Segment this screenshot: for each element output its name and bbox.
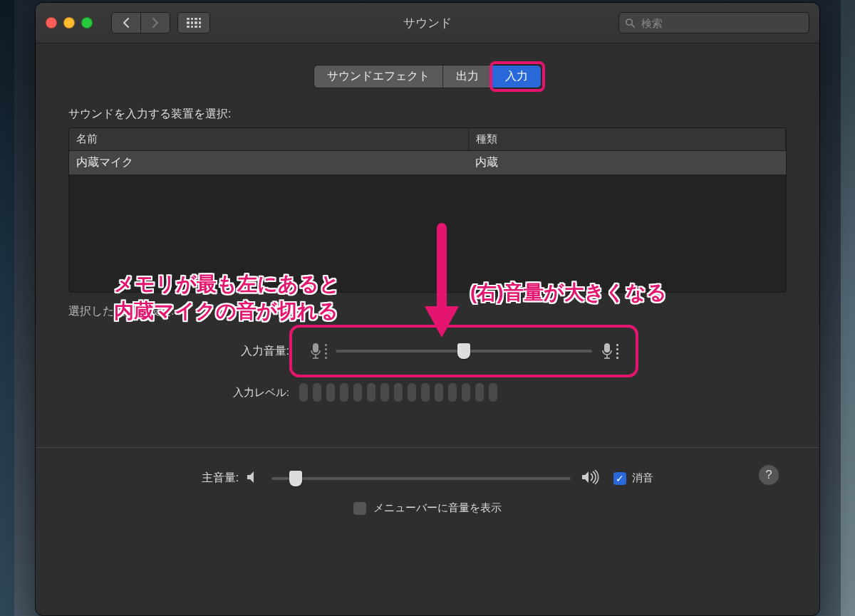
desktop-wallpaper [841, 0, 855, 616]
grid-icon [187, 18, 201, 28]
column-header-name[interactable]: 名前 [69, 128, 469, 150]
main-volume-slider[interactable] [271, 477, 571, 480]
input-devices-table: 名前 種類 内蔵マイク 内蔵 [68, 127, 787, 293]
input-volume-slider[interactable] [336, 350, 592, 353]
speaker-high-icon [581, 469, 602, 487]
input-level-meter [299, 383, 497, 402]
main-volume-label: 主音量: [202, 471, 246, 486]
mute-checkbox-row: ✓ 消音 [613, 471, 653, 485]
tab-output[interactable]: 出力 [443, 66, 492, 88]
window-controls [46, 17, 93, 28]
close-window-button[interactable] [46, 17, 57, 28]
column-header-type[interactable]: 種類 [469, 128, 786, 150]
main-volume-thumb[interactable] [289, 471, 302, 486]
nav-buttons [111, 12, 170, 33]
selected-device-settings-label: 選択した装置の設定: [68, 304, 787, 319]
chevron-right-icon [151, 17, 160, 28]
tab-input[interactable]: 入力 [492, 66, 541, 88]
device-name-cell: 内蔵マイク [69, 151, 468, 174]
search-input[interactable] [640, 16, 803, 30]
svg-line-1 [632, 24, 635, 27]
help-button[interactable]: ? [758, 464, 779, 486]
device-type-cell: 内蔵 [468, 151, 786, 174]
table-row[interactable]: 内蔵マイク 内蔵 [69, 151, 786, 174]
window-toolbar: サウンド [36, 3, 819, 43]
desktop-wallpaper [0, 0, 14, 616]
speaker-low-icon [246, 470, 261, 486]
mic-high-icon [601, 342, 618, 360]
choose-input-device-label: サウンドを入力する装置を選択: [68, 107, 787, 122]
search-field[interactable] [618, 12, 809, 33]
mute-label: 消音 [632, 471, 653, 485]
mic-low-icon [309, 342, 327, 360]
svg-rect-2 [313, 343, 318, 353]
minimize-window-button[interactable] [63, 17, 75, 28]
input-level-row: 入力レベル: [68, 383, 787, 402]
tab-sound-effects[interactable]: サウンドエフェクト [314, 66, 443, 88]
show-all-button[interactable] [177, 12, 210, 33]
back-button[interactable] [111, 12, 140, 33]
sound-tabs: サウンドエフェクト 出力 入力 [314, 65, 542, 88]
input-level-label: 入力レベル: [68, 386, 299, 400]
mute-checkbox[interactable]: ✓ [613, 472, 626, 485]
svg-rect-5 [604, 343, 610, 353]
chevron-left-icon [122, 17, 130, 28]
show-volume-menubar-label: メニューバーに音量を表示 [373, 501, 502, 515]
input-volume-thumb[interactable] [457, 343, 470, 359]
search-icon [625, 18, 636, 28]
forward-button[interactable] [140, 12, 170, 33]
zoom-window-button[interactable] [81, 17, 93, 28]
input-volume-label: 入力音量: [68, 344, 299, 359]
sound-preferences-window: サウンド サウンドエフェクト 出力 入力 サウンドを入力する装置を選択: 名前 [36, 3, 819, 615]
show-volume-menubar-checkbox[interactable]: ✓ [353, 502, 366, 515]
